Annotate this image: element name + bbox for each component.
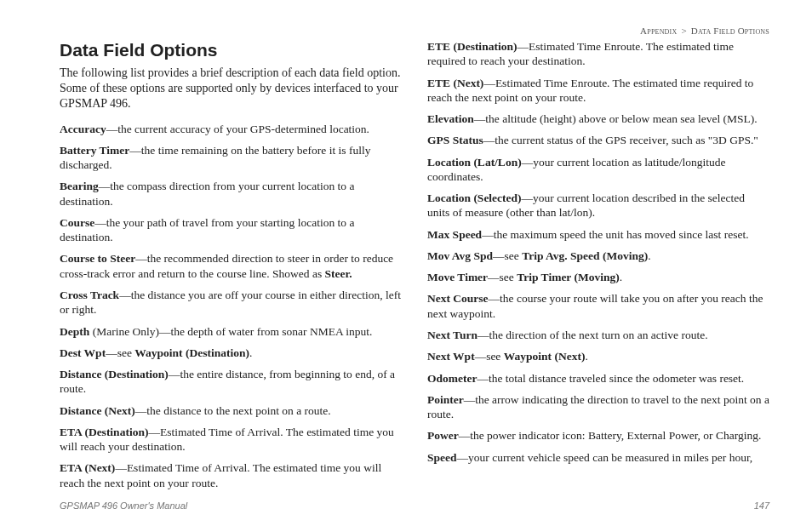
definition-desc: —the distance to the next point on a rou… bbox=[135, 404, 331, 417]
definition-entry: ETE (Destination)—Estimated Time Enroute… bbox=[427, 39, 769, 69]
page-footer: GPSMAP 496 Owner's Manual 147 bbox=[60, 500, 769, 511]
definition-entry: Distance (Next)—the distance to the next… bbox=[60, 403, 402, 418]
definition-entry: ETA (Next)—Estimated Time of Arrival. Th… bbox=[60, 460, 402, 490]
definition-term: Next Course bbox=[427, 292, 489, 305]
definition-term: Mov Avg Spd bbox=[427, 249, 493, 262]
definition-term: ETA (Next) bbox=[60, 461, 115, 474]
definition-term: Bearing bbox=[60, 180, 99, 192]
definition-term: Depth bbox=[60, 325, 89, 338]
definition-ref: Waypoint (Next) bbox=[504, 350, 586, 363]
breadcrumb: Appendix > Data Field Options bbox=[60, 26, 769, 36]
page-title: Data Field Options bbox=[60, 39, 402, 62]
definition-desc: —the direction of the next turn on an ac… bbox=[477, 329, 708, 341]
definition-term: Odometer bbox=[427, 372, 477, 385]
definition-desc: —the compass direction from your current… bbox=[60, 180, 354, 207]
definition-term: Speed bbox=[427, 451, 457, 464]
definition-term: Pointer bbox=[427, 393, 464, 406]
definition-entry: Next Wpt—see Waypoint (Next). bbox=[427, 349, 769, 363]
definition-desc: (Marine Only)—the depth of water from so… bbox=[89, 325, 372, 338]
definition-entry: Distance (Destination)—the entire distan… bbox=[60, 367, 402, 397]
definition-term: ETE (Next) bbox=[427, 77, 483, 89]
definition-tail: . bbox=[249, 346, 252, 359]
definition-term: Location (Selected) bbox=[427, 192, 522, 204]
breadcrumb-sub: Data Field Options bbox=[691, 26, 769, 36]
definition-entry: Accuracy—the current accuracy of your GP… bbox=[60, 122, 402, 136]
definition-term: Elevation bbox=[427, 112, 474, 125]
definition-term: Accuracy bbox=[60, 123, 106, 135]
definition-entry: ETA (Destination)—Estimated Time of Arri… bbox=[60, 425, 402, 455]
definition-entry: Location (Selected)—your current locatio… bbox=[427, 191, 769, 220]
definition-tail: . bbox=[585, 350, 587, 363]
definition-desc: —the power indicator icon: Battery, Exte… bbox=[459, 429, 762, 442]
definition-entry: Bearing—the compass direction from your … bbox=[60, 179, 402, 209]
definition-term: Location (Lat/Lon) bbox=[427, 156, 522, 169]
definition-term: Battery Timer bbox=[60, 144, 129, 157]
footer-page-number: 147 bbox=[754, 500, 769, 511]
definition-ref: Trip Avg. Speed (Moving) bbox=[522, 249, 648, 262]
definition-entry: Max Speed—the maximum speed the unit has… bbox=[427, 227, 769, 242]
definition-term: Course bbox=[60, 216, 94, 229]
definition-tail: . bbox=[620, 271, 622, 283]
definition-term: Power bbox=[427, 429, 459, 442]
definition-entry: GPS Status—the current status of the GPS… bbox=[427, 133, 769, 147]
definition-entry: Location (Lat/Lon)—your current location… bbox=[427, 155, 769, 185]
definition-term: Course to Steer bbox=[60, 252, 135, 265]
definition-entry: Course—the your path of travel from your… bbox=[60, 215, 402, 245]
definition-entry: Move Timer—see Trip Timer (Moving). bbox=[427, 270, 769, 284]
definition-ref: Trip Timer (Moving) bbox=[517, 271, 620, 283]
definition-desc: —the maximum speed the unit has moved si… bbox=[482, 228, 748, 241]
definition-entry: Cross Track—the distance you are off you… bbox=[60, 288, 402, 317]
definition-entry: Dest Wpt—see Waypoint (Destination). bbox=[60, 346, 402, 360]
definition-term: ETE (Destination) bbox=[427, 40, 517, 53]
definition-term: Next Wpt bbox=[427, 350, 475, 363]
intro-paragraph: The following list provides a brief desc… bbox=[60, 66, 402, 111]
definition-term: Move Timer bbox=[427, 271, 488, 283]
definition-desc: —see bbox=[106, 346, 134, 359]
definition-desc: —the altitude (height) above or below me… bbox=[474, 112, 758, 125]
definition-term: ETA (Destination) bbox=[60, 426, 148, 438]
definition-term: Next Turn bbox=[427, 329, 477, 341]
definition-desc: —the total distance traveled since the o… bbox=[477, 372, 744, 385]
content-columns: Data Field Options The following list pr… bbox=[60, 39, 769, 490]
definition-desc: —see bbox=[493, 249, 522, 262]
definition-entry: Depth (Marine Only)—the depth of water f… bbox=[60, 324, 402, 339]
definition-term: Distance (Next) bbox=[60, 404, 135, 417]
definition-tail: . bbox=[648, 249, 650, 262]
definition-entry: Next Course—the course your route will t… bbox=[427, 291, 769, 321]
definition-desc: —the current accuracy of your GPS-determ… bbox=[106, 123, 369, 135]
definition-entry: Pointer—the arrow indicating the directi… bbox=[427, 392, 769, 422]
definition-entry: Mov Avg Spd—see Trip Avg. Speed (Moving)… bbox=[427, 249, 769, 263]
definition-desc: —see bbox=[475, 350, 504, 363]
footer-manual-title: GPSMAP 496 Owner's Manual bbox=[60, 500, 187, 511]
definition-term: GPS Status bbox=[427, 134, 483, 146]
definition-desc: —your current vehicle speed can be measu… bbox=[457, 451, 753, 464]
definition-desc: —the arrow indicating the direction to t… bbox=[427, 393, 769, 420]
definition-term: Max Speed bbox=[427, 228, 482, 241]
definition-term: Cross Track bbox=[60, 289, 119, 301]
definition-entry: Speed—your current vehicle speed can be … bbox=[427, 450, 769, 465]
definition-entry: Course to Steer—the recommended directio… bbox=[60, 251, 402, 281]
definition-entry: Next Turn—the direction of the next turn… bbox=[427, 328, 769, 342]
definition-entry: Power—the power indicator icon: Battery,… bbox=[427, 428, 769, 443]
breadcrumb-sep: > bbox=[681, 26, 686, 36]
definition-desc: —see bbox=[488, 271, 517, 283]
definition-term: Dest Wpt bbox=[60, 346, 106, 359]
definition-entry: Battery Timer—the time remaining on the … bbox=[60, 143, 402, 173]
definition-ref: Waypoint (Destination) bbox=[134, 346, 249, 359]
definition-entry: Odometer—the total distance traveled sin… bbox=[427, 371, 769, 386]
definition-desc: —the current status of the GPS receiver,… bbox=[483, 134, 758, 146]
definition-term: Distance (Destination) bbox=[60, 368, 169, 380]
definition-desc: —the your path of travel from your start… bbox=[60, 216, 354, 243]
definition-entry: Elevation—the altitude (height) above or… bbox=[427, 111, 769, 126]
definition-entry: ETE (Next)—Estimated Time Enroute. The e… bbox=[427, 76, 769, 106]
breadcrumb-section: Appendix bbox=[640, 26, 677, 36]
definition-ref: Steer. bbox=[325, 267, 352, 280]
